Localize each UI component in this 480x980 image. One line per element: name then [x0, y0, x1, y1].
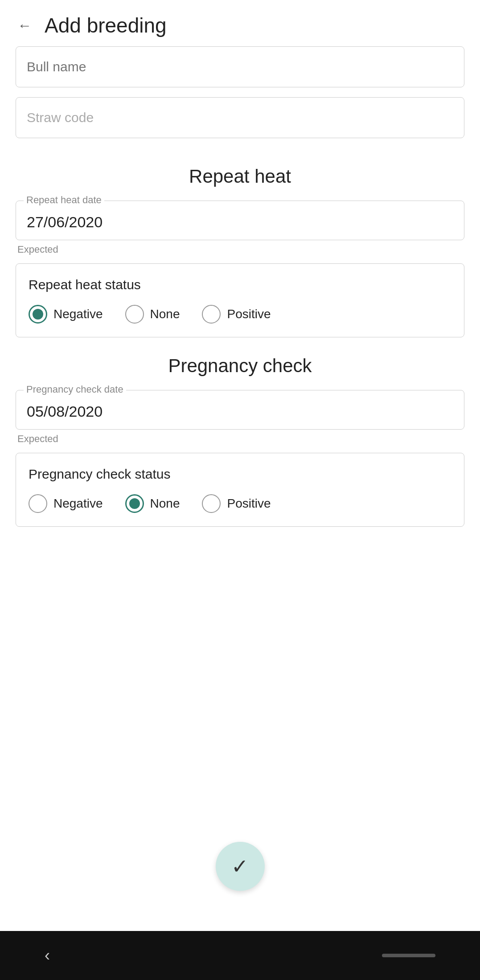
repeat-heat-radio-group: Negative None Positive [29, 305, 451, 324]
page-title: Add breeding [45, 13, 167, 37]
pregnancy-check-none-option[interactable]: None [125, 494, 180, 513]
straw-code-input[interactable] [16, 97, 464, 138]
back-button[interactable]: ← [13, 14, 36, 37]
repeat-heat-section-title: Repeat heat [16, 166, 464, 187]
header: ← Add breeding [0, 0, 480, 46]
pregnancy-check-radio-group: Negative None Positive [29, 494, 451, 513]
repeat-heat-expected-label: Expected [17, 244, 464, 255]
pregnancy-check-positive-option[interactable]: Positive [202, 494, 271, 513]
pregnancy-check-negative-label: Negative [53, 496, 103, 511]
repeat-heat-positive-radio[interactable] [202, 305, 221, 324]
repeat-heat-status-title: Repeat heat status [29, 277, 451, 292]
back-nav-arrow-icon[interactable]: ‹ [45, 946, 50, 965]
bottom-nav-bar: ‹ [0, 931, 480, 980]
pregnancy-check-none-label: None [150, 496, 180, 511]
repeat-heat-positive-label: Positive [227, 307, 271, 321]
repeat-heat-none-radio[interactable] [125, 305, 144, 324]
repeat-heat-date-wrapper: Repeat heat date [16, 201, 464, 240]
repeat-heat-date-input[interactable] [16, 201, 464, 240]
repeat-heat-negative-radio[interactable] [29, 305, 47, 324]
pregnancy-check-date-label: Pregnancy check date [24, 384, 126, 395]
repeat-heat-status-card: Repeat heat status Negative None Positiv… [16, 263, 464, 337]
home-indicator-bar[interactable] [382, 954, 435, 957]
pregnancy-check-expected-label: Expected [17, 433, 464, 445]
repeat-heat-negative-radio-inner [33, 309, 43, 320]
pregnancy-check-none-radio-inner [129, 498, 140, 509]
pregnancy-check-date-input[interactable] [16, 390, 464, 430]
checkmark-icon: ✓ [231, 854, 249, 878]
pregnancy-check-section-title: Pregnancy check [16, 355, 464, 377]
back-arrow-icon: ← [17, 17, 32, 34]
repeat-heat-none-option[interactable]: None [125, 305, 180, 324]
pregnancy-check-status-title: Pregnancy check status [29, 467, 451, 482]
pregnancy-check-status-card: Pregnancy check status Negative None Pos… [16, 453, 464, 527]
content-area: Repeat heat Repeat heat date Expected Re… [0, 46, 480, 527]
pregnancy-check-date-wrapper: Pregnancy check date [16, 390, 464, 430]
pregnancy-check-positive-label: Positive [227, 496, 271, 511]
repeat-heat-none-label: None [150, 307, 180, 321]
pregnancy-check-none-radio[interactable] [125, 494, 144, 513]
pregnancy-check-negative-radio[interactable] [29, 494, 47, 513]
pregnancy-check-negative-option[interactable]: Negative [29, 494, 103, 513]
repeat-heat-negative-option[interactable]: Negative [29, 305, 103, 324]
repeat-heat-date-label: Repeat heat date [24, 194, 104, 206]
repeat-heat-positive-option[interactable]: Positive [202, 305, 271, 324]
submit-fab-button[interactable]: ✓ [216, 842, 265, 891]
pregnancy-check-positive-radio[interactable] [202, 494, 221, 513]
bull-name-input[interactable] [16, 46, 464, 87]
repeat-heat-negative-label: Negative [53, 307, 103, 321]
